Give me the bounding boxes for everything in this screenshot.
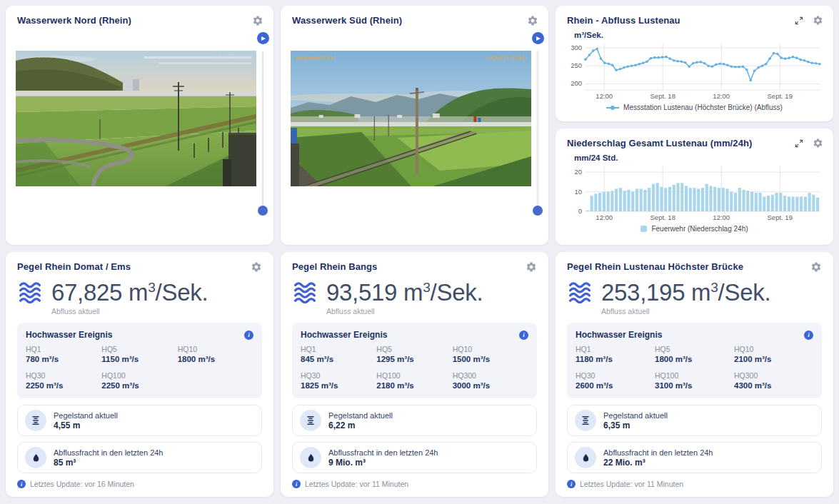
volume-slider-track[interactable] <box>262 51 264 211</box>
hq-value: 2100 m³/s <box>734 355 813 363</box>
hq-label: HQ100 <box>376 371 452 380</box>
metric-icon-circle <box>25 447 46 468</box>
y-axis-label: m³/Sek. <box>574 31 833 39</box>
hq-label: HQ30 <box>576 371 655 380</box>
metric-icon-circle <box>300 447 321 468</box>
svg-text:250: 250 <box>571 61 582 69</box>
camera-controls-rail <box>256 32 270 226</box>
card-abfluss-chart: Rhein - Abfluss Lustenau m³/Sek. 12:00Se… <box>556 6 833 121</box>
card-pegel-lustenau: Pegel Rhein Lustenau Höchster Brücke 253… <box>556 252 833 497</box>
hq-label: HQ10 <box>178 345 253 353</box>
svg-text:0: 0 <box>578 207 581 215</box>
water-level-gauge-icon <box>30 415 41 426</box>
volume-slider-thumb[interactable] <box>258 206 268 216</box>
card-title: Rhein - Abfluss Lustenau <box>567 15 680 26</box>
metric-value: 9 Mio. m³ <box>328 458 438 468</box>
settings-gear-icon[interactable] <box>252 15 263 26</box>
volume-slider-track[interactable] <box>537 51 539 211</box>
hq-value: 845 m³/s <box>301 355 376 363</box>
card-title: Niederschlag Gesamt Lustenau (mm/24h) <box>567 138 752 148</box>
info-icon: i <box>17 480 26 488</box>
hq-label: HQ30 <box>301 371 376 380</box>
hq-value: 2250 m³/s <box>101 381 177 390</box>
hq-value: 2250 m³/s <box>26 381 101 390</box>
svg-text:Sept. 19: Sept. 19 <box>767 213 792 221</box>
metric-value: 4,55 m <box>54 420 118 430</box>
card-header: Pegel Rhein Bangs <box>292 261 537 273</box>
hq-label: HQ10 <box>453 345 528 353</box>
water-level-gauge-icon <box>580 415 591 426</box>
svg-text:12:00: 12:00 <box>713 213 730 221</box>
card-header: Wasserwerk Nord (Rhein) <box>6 6 273 26</box>
svg-text:200: 200 <box>571 79 582 87</box>
hochwasser-box: Hochwasser Ereignis i HQ1 845 m³/s HQ5 1… <box>292 323 537 398</box>
hq-value: 2600 m³/s <box>576 381 655 390</box>
chart-column: Rhein - Abfluss Lustenau m³/Sek. 12:00Se… <box>556 6 833 245</box>
play-icon <box>261 36 266 41</box>
svg-text:Sept. 18: Sept. 18 <box>650 213 675 221</box>
play-icon <box>536 36 541 41</box>
card-pegel-bangs: Pegel Rhein Bangs 93,519 m3/Sek. Abfluss… <box>281 252 548 497</box>
chart-legend: Feuerwehr (Niederschlag 24h) <box>556 225 833 233</box>
info-icon[interactable]: i <box>804 331 813 340</box>
hochwasser-title: Hochwasser Ereignis <box>576 330 662 340</box>
hq-item: HQ100 3100 m³/s <box>655 371 734 390</box>
metric-row: Abflussfracht in den letzten 24h 22 Mio.… <box>567 442 822 473</box>
metric-label: Abflussfracht in den letzten 24h <box>54 448 163 457</box>
info-icon[interactable]: i <box>519 331 528 340</box>
water-drop-icon <box>31 453 41 463</box>
hq-value: 1800 m³/s <box>178 355 253 363</box>
hq-label: HQ5 <box>655 345 734 353</box>
expand-icon[interactable] <box>794 16 804 26</box>
play-button[interactable] <box>257 32 269 44</box>
hq-item: HQ30 1825 m³/s <box>301 371 376 390</box>
hq-item: HQ300 4300 m³/s <box>734 371 813 390</box>
last-update-text: Letztes Update: vor 16 Minuten <box>30 480 134 488</box>
volume-slider-thumb[interactable] <box>533 206 543 216</box>
hq-label: HQ300 <box>734 371 813 380</box>
camera-image-nord[interactable]: Wasserwerk Nord 19-09-2024 07:58:44 <box>16 51 256 186</box>
hochwasser-title: Hochwasser Ereignis <box>301 330 387 340</box>
metric-value: 6,35 m <box>603 420 668 430</box>
hq-item: HQ10 1800 m³/s <box>178 345 253 363</box>
metric-icon-circle <box>25 410 46 431</box>
play-button[interactable] <box>532 32 544 44</box>
last-update: i Letztes Update: vor 16 Minuten <box>17 474 262 488</box>
svg-text:20: 20 <box>574 168 582 176</box>
hq-item: HQ10 1500 m³/s <box>453 345 528 363</box>
last-update-text: Letztes Update: vor 11 Minuten <box>580 480 683 488</box>
settings-gear-icon[interactable] <box>526 261 537 273</box>
settings-gear-icon[interactable] <box>813 15 823 26</box>
hq-item: HQ30 2600 m³/s <box>576 371 655 390</box>
hq-grid: HQ1 780 m³/s HQ5 1150 m³/s HQ10 1800 m³/… <box>26 345 253 390</box>
settings-gear-icon[interactable] <box>813 138 823 148</box>
card-title: Wasserwerk Nord (Rhein) <box>17 15 131 26</box>
hq-value: 3000 m³/s <box>453 381 528 390</box>
hq-label: HQ1 <box>26 345 101 353</box>
camera-timestamp: 19-09-2024 07:58:44 <box>209 54 253 59</box>
expand-icon[interactable] <box>794 138 804 148</box>
hq-grid: HQ1 845 m³/s HQ5 1295 m³/s HQ10 1500 m³/… <box>301 345 528 390</box>
settings-gear-icon[interactable] <box>251 261 262 273</box>
settings-gear-icon[interactable] <box>810 261 822 273</box>
metric-label: Pegelstand aktuell <box>603 411 668 420</box>
camera-watermark: Wasserwerk Nord <box>20 54 59 59</box>
hochwasser-box: Hochwasser Ereignis i HQ1 780 m³/s HQ5 1… <box>17 323 262 398</box>
hq-item: HQ5 1295 m³/s <box>376 345 452 363</box>
chart-legend: Messstation Lustenau (Höchster Brücke) (… <box>556 104 833 111</box>
discharge-value: 253,195 m3/Sek. <box>601 279 770 306</box>
waves-icon <box>292 282 318 303</box>
hq-label: HQ1 <box>576 345 655 353</box>
info-icon: i <box>292 480 301 488</box>
hq-value: 1180 m³/s <box>576 355 655 363</box>
camera-image-sued[interactable]: Wasserwerk Süd 19.09.2024 07:58:01 <box>291 51 531 186</box>
info-icon[interactable]: i <box>244 331 253 340</box>
discharge-value: 93,519 m3/Sek. <box>326 279 483 306</box>
metric-value: 6,22 m <box>328 420 393 430</box>
hq-item: HQ100 2250 m³/s <box>101 371 177 390</box>
svg-text:300: 300 <box>571 44 582 51</box>
hq-label: HQ300 <box>453 371 528 380</box>
hq-label: HQ1 <box>301 345 376 353</box>
hq-item: HQ100 2180 m³/s <box>376 371 452 390</box>
settings-gear-icon[interactable] <box>527 15 538 26</box>
